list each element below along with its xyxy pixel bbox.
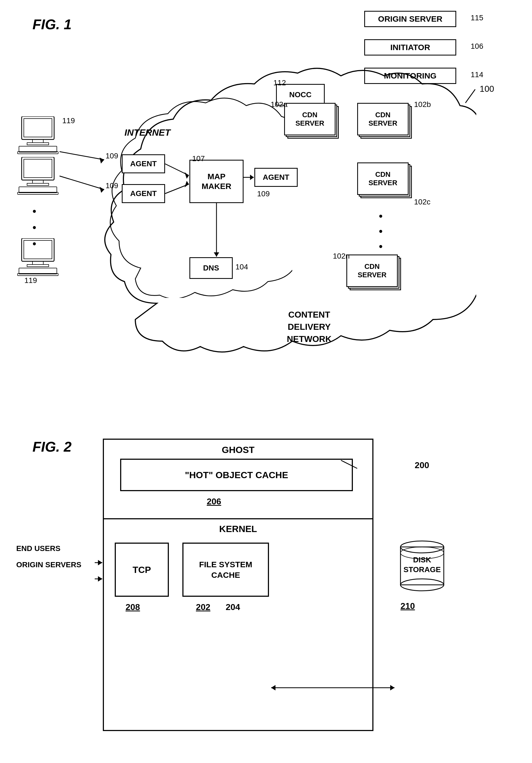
svg-rect-12 <box>22 116 54 140</box>
svg-rect-20 <box>33 180 43 183</box>
svg-rect-26 <box>33 261 43 265</box>
ref-206: 206 <box>207 496 221 506</box>
disk-storage: DISKSTORAGE <box>395 536 449 597</box>
origin-server-ref: 115 <box>471 14 483 22</box>
agent-109a-ref: 109 <box>106 152 118 160</box>
divider <box>104 518 372 519</box>
cdn-102b-ref: 102b <box>414 100 431 109</box>
svg-rect-15 <box>27 143 49 145</box>
agent-109c-ref: 109 <box>257 189 270 198</box>
cdn-102c-ref: 102c <box>414 198 430 206</box>
cdn-server-102n-box: CDNSERVER <box>346 255 398 287</box>
ref-200: 200 <box>415 460 429 470</box>
ref-210: 210 <box>400 601 415 611</box>
svg-rect-14 <box>33 140 43 143</box>
map-maker-box: MAPMAKER <box>189 160 243 203</box>
client-ref-1: 119 <box>62 116 75 125</box>
cdn-dots: ••• <box>379 208 383 254</box>
tcp-box: TCP <box>115 543 169 597</box>
svg-marker-42 <box>98 576 102 582</box>
kernel-label: KERNEL <box>104 524 372 534</box>
cdn-102a-ref: 102a <box>271 100 287 109</box>
svg-rect-13 <box>24 119 52 137</box>
svg-rect-27 <box>27 265 49 267</box>
agent-109b-ref: 109 <box>106 181 118 190</box>
fig2-area: FIG. 2 GHOST "HOT" OBJECT CACHE 206 KERN… <box>0 422 532 763</box>
file-system-cache-box: FILE SYSTEMCACHE <box>182 543 269 597</box>
svg-marker-38 <box>390 685 395 691</box>
hot-object-cache-box: "HOT" OBJECT CACHE <box>120 459 353 491</box>
ref-202: 202 <box>196 602 210 612</box>
ref-204: 204 <box>226 602 240 612</box>
origin-server-box: ORIGIN SERVER <box>364 11 456 27</box>
fig1-area: FIG. 1 ORIGIN SERVER 115 INITIATOR 106 M… <box>0 0 532 401</box>
agent-109b-box: AGENT <box>122 184 165 203</box>
end-users-label: END USERS <box>16 544 60 553</box>
origin-servers-label: ORIGIN SERVERS <box>16 561 81 569</box>
svg-rect-25 <box>24 241 52 259</box>
ghost-label: GHOST <box>104 445 372 455</box>
ref-208: 208 <box>126 602 140 612</box>
client-computer-2 <box>16 157 59 196</box>
agent-109a-box: AGENT <box>122 154 165 173</box>
map-maker-ref: 107 <box>192 154 205 163</box>
initiator-box: INITIATOR <box>364 39 456 55</box>
cdn-102n-ref: 102n <box>333 252 350 261</box>
svg-rect-21 <box>27 183 49 185</box>
svg-rect-19 <box>24 159 52 177</box>
svg-marker-40 <box>98 560 102 565</box>
svg-rect-28 <box>19 268 57 274</box>
dns-ref: 104 <box>235 263 248 271</box>
svg-rect-22 <box>19 187 57 193</box>
cdn-server-102c-box: CDNSERVER <box>357 163 408 195</box>
client-ref-3: 119 <box>24 276 37 285</box>
disk-storage-label: DISKSTORAGE <box>403 555 441 575</box>
svg-line-10 <box>59 176 104 189</box>
svg-rect-16 <box>19 146 57 152</box>
cdn-server-102b-box: CDNSERVER <box>357 103 408 135</box>
nocc-ref: 112 <box>273 78 286 87</box>
client-computer-3 <box>16 238 59 277</box>
internet-label: INTERNET <box>125 127 170 138</box>
fig2-label: FIG. 2 <box>33 439 71 455</box>
main-ref-100: 100 <box>480 84 494 94</box>
initiator-ref: 106 <box>471 42 483 51</box>
fig1-label: FIG. 1 <box>33 16 71 33</box>
svg-rect-24 <box>22 238 54 261</box>
dns-box: DNS <box>189 257 233 279</box>
client-computer-1 <box>16 116 59 156</box>
svg-rect-18 <box>22 157 54 180</box>
cdn-server-102a-box: CDNSERVER <box>284 103 335 135</box>
cdn-label: CONTENTDELIVERYNETWORK <box>287 309 331 345</box>
svg-line-8 <box>59 152 104 160</box>
agent-109c-box: AGENT <box>254 168 298 187</box>
fig2-main-box: GHOST "HOT" OBJECT CACHE 206 KERNEL TCP … <box>103 439 373 731</box>
